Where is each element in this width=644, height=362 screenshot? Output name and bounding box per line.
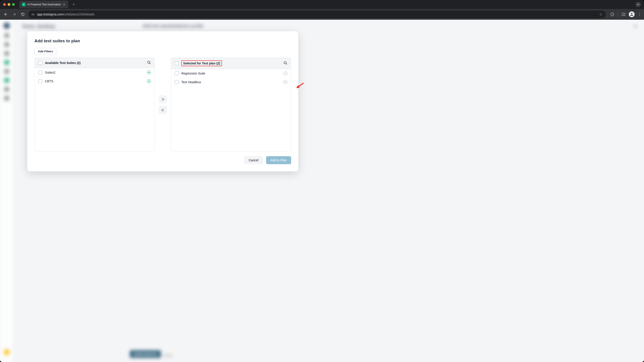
selected-suites-panel: Selected for Test plan (2) Regression Su… <box>171 58 291 152</box>
svg-rect-1 <box>33 14 34 15</box>
suite-checkbox[interactable] <box>175 71 179 75</box>
new-tab-button[interactable]: + <box>73 2 75 7</box>
suite-label: Regression Suite <box>181 72 281 75</box>
url-path: /ui/td/plans/258/details <box>64 13 94 16</box>
nav-forward-button[interactable] <box>11 11 18 18</box>
transfer-controls <box>158 58 167 152</box>
bg-breadcrumb: Demo_Desktop <box>22 24 55 29</box>
nav-reload-button[interactable] <box>20 11 26 18</box>
bookmark-star-icon[interactable]: ☆ <box>599 12 603 17</box>
toolbar-divider <box>618 12 618 17</box>
add-to-plan-button[interactable]: Add to Plan <box>266 156 291 164</box>
svg-line-7 <box>150 63 150 64</box>
suite-checkbox[interactable] <box>38 71 42 75</box>
bg-update-button: Update Machine <box>130 350 161 358</box>
selected-suite-row: Regression Suite <box>171 69 291 78</box>
window-maximize-button[interactable] <box>12 3 15 6</box>
add-suite-icon[interactable] <box>147 79 151 83</box>
suite-label: CBTS <box>45 79 144 83</box>
svg-rect-2 <box>34 15 34 15</box>
available-panel-header: Available Test Suites (2) <box>35 58 154 68</box>
suite-checkbox[interactable] <box>175 80 179 84</box>
traffic-lights <box>3 3 15 6</box>
browser-tab[interactable]: t AI Powered Test Automation ✕ <box>19 1 68 8</box>
nav-back-button[interactable] <box>3 11 9 18</box>
bg-panel-title: Edit test machine/device profile <box>143 24 204 29</box>
sidepanel-icon[interactable] <box>621 12 626 17</box>
bg-close-icon: ✕ <box>634 24 637 29</box>
selected-panel-header: Selected for Test plan (2) <box>171 58 291 69</box>
browser-window: t AI Powered Test Automation ✕ + app.tes… <box>0 0 644 362</box>
svg-line-13 <box>286 64 287 64</box>
svg-rect-0 <box>32 14 32 15</box>
tab-favicon-icon: t <box>22 3 26 6</box>
cancel-button[interactable]: Cancel <box>244 156 263 164</box>
bg-cancel-text: Cancel <box>163 354 172 357</box>
window-close-button[interactable] <box>3 3 6 6</box>
add-test-suites-modal: Add test suites to plan Add Filters Avai… <box>27 31 298 171</box>
search-icon[interactable] <box>283 61 287 66</box>
tab-close-icon[interactable]: ✕ <box>63 3 66 6</box>
suite-checkbox[interactable] <box>38 79 42 83</box>
available-suite-row: CBTS <box>35 77 154 86</box>
window-minimize-button[interactable] <box>8 3 10 6</box>
remove-suite-icon[interactable] <box>283 80 287 84</box>
suite-label: Test Headless <box>181 80 281 84</box>
browser-menu-icon[interactable]: ⋮ <box>638 12 641 17</box>
url-host: app.testsigma.com <box>37 13 64 16</box>
move-left-button[interactable] <box>159 106 167 114</box>
search-icon[interactable] <box>147 60 151 65</box>
remove-suite-icon[interactable] <box>283 71 287 75</box>
tab-title: AI Powered Test Automation <box>27 3 61 6</box>
suite-label: Suites2 <box>45 71 144 74</box>
title-bar: t AI Powered Test Automation ✕ + <box>0 0 644 9</box>
url-text: app.testsigma.com/ui/td/plans/258/detail… <box>37 13 94 16</box>
page-content: Demo_Desktop Edit test machine/device pr… <box>0 20 644 362</box>
modal-title: Add test suites to plan <box>34 39 291 43</box>
available-panel-title: Available Test Suites (2) <box>45 61 81 65</box>
svg-point-5 <box>631 13 632 14</box>
selected-select-all-checkbox[interactable] <box>175 61 179 65</box>
profile-avatar[interactable] <box>629 12 634 17</box>
svg-rect-3 <box>622 13 625 16</box>
selected-panel-title: Selected for Test plan (2) <box>181 60 222 66</box>
add-filters-button[interactable]: Add Filters <box>34 48 56 55</box>
site-info-icon[interactable] <box>31 13 35 16</box>
available-suites-panel: Available Test Suites (2) Suites2 <box>34 58 155 152</box>
available-select-all-checkbox[interactable] <box>38 61 42 65</box>
address-bar[interactable]: app.testsigma.com/ui/td/plans/258/detail… <box>28 11 606 18</box>
modal-footer: Cancel Add to Plan <box>34 156 291 164</box>
selected-suite-row: Test Headless <box>171 78 291 87</box>
extensions-icon[interactable] <box>610 12 615 17</box>
add-suite-icon[interactable] <box>147 71 151 75</box>
move-right-button[interactable] <box>159 95 167 103</box>
tabs-dropdown-button[interactable] <box>636 2 641 7</box>
browser-toolbar: app.testsigma.com/ui/td/plans/258/detail… <box>0 9 644 20</box>
available-suite-row: Suites2 <box>35 68 154 77</box>
